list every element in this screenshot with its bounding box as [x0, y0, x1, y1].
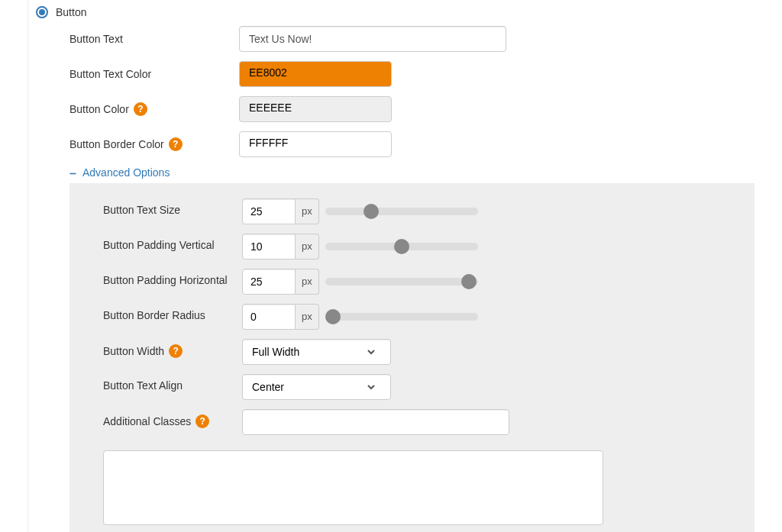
input-padding-horizontal[interactable]: [242, 269, 296, 295]
input-text-size[interactable]: [242, 198, 296, 224]
advanced-options-panel: Button Text Size px Button Padding Verti…: [69, 183, 755, 532]
swatch-text: EEEEEE: [249, 102, 292, 114]
slider-text-size[interactable]: [325, 208, 478, 215]
help-icon[interactable]: ?: [196, 414, 209, 428]
swatch-button-color[interactable]: EEEEEE: [239, 96, 392, 122]
label-text-align: Button Text Align: [103, 379, 183, 392]
advanced-options-link[interactable]: Advanced Options: [82, 166, 170, 179]
label-text-size: Button Text Size: [103, 204, 180, 216]
label-button-color: Button Color: [69, 103, 129, 115]
help-icon[interactable]: ?: [169, 344, 183, 358]
unit-label: px: [296, 304, 319, 330]
swatch-button-text-color[interactable]: EE8002: [239, 61, 392, 87]
unit-label: px: [296, 234, 319, 260]
swatch-button-border-color[interactable]: FFFFFF: [239, 131, 392, 157]
select-button-width[interactable]: Full Width: [242, 339, 391, 365]
label-button-text: Button Text: [69, 33, 123, 45]
radio-button-label: Button: [56, 6, 86, 18]
input-button-text[interactable]: [239, 26, 506, 52]
input-additional-classes[interactable]: [242, 409, 509, 435]
select-text-align[interactable]: Center: [242, 374, 391, 400]
label-additional-classes: Additional Classes: [103, 415, 191, 427]
swatch-text: FFFFFF: [249, 137, 288, 149]
input-border-radius[interactable]: [242, 304, 296, 330]
unit-label: px: [296, 269, 319, 295]
html-code-output[interactable]: [103, 450, 603, 525]
help-icon[interactable]: ?: [134, 102, 147, 116]
slider-padding-vertical[interactable]: [325, 243, 478, 250]
input-padding-vertical[interactable]: [242, 234, 296, 260]
label-button-text-color: Button Text Color: [69, 68, 151, 80]
radio-button[interactable]: [36, 6, 48, 18]
label-border-radius: Button Border Radius: [103, 309, 205, 321]
label-button-width: Button Width: [103, 345, 164, 357]
label-button-border-color: Button Border Color: [69, 138, 164, 150]
slider-border-radius[interactable]: [325, 313, 478, 321]
help-icon[interactable]: ?: [169, 137, 183, 151]
unit-label: px: [296, 198, 319, 224]
swatch-text: EE8002: [249, 66, 287, 79]
slider-padding-horizontal[interactable]: [325, 278, 478, 285]
label-padding-horizontal: Button Padding Horizontal: [103, 274, 228, 286]
collapse-toggle-icon[interactable]: ‒: [69, 166, 76, 179]
label-padding-vertical: Button Padding Vertical: [103, 239, 215, 251]
